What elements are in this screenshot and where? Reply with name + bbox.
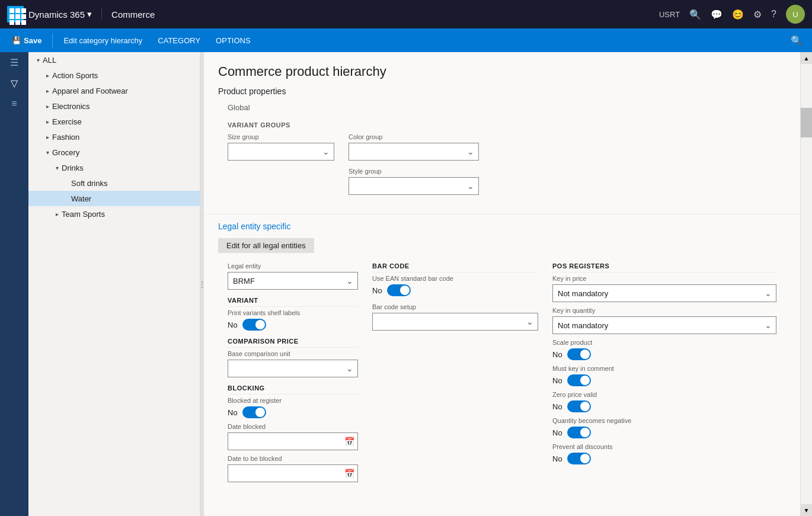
tree-label-action-sports: Action Sports — [52, 71, 195, 80]
toggle-fashion[interactable]: ▸ — [43, 132, 52, 142]
tree-item-grocery[interactable]: ▾ Grocery — [28, 145, 200, 160]
use-ean-label: Use EAN standard bar code — [372, 275, 538, 282]
size-group-field: Size group — [228, 133, 334, 161]
blocked-at-register-toggle[interactable] — [242, 406, 266, 418]
content-area: Commerce product hierarchy Product prope… — [204, 52, 800, 516]
legal-entity-select[interactable]: BRMF — [228, 272, 358, 290]
key-in-quantity-select[interactable]: Not mandatoryMandatoryMust not key in — [552, 316, 776, 334]
filter-icon[interactable]: ▽ — [11, 78, 18, 89]
options-label: OPTIONS — [216, 36, 251, 45]
color-group-label: Color group — [349, 133, 479, 140]
prevent-all-discounts-toggle-row: No — [552, 453, 776, 464]
quantity-becomes-negative-no-label: No — [552, 428, 562, 437]
tree-item-all[interactable]: ▾ ALL — [28, 52, 200, 68]
tree-item-soft-drinks[interactable]: Soft drinks — [28, 175, 200, 191]
tree-item-exercise[interactable]: ▸ Exercise — [28, 114, 200, 129]
divider-1 — [204, 214, 800, 214]
category-button[interactable]: CATEGORY — [151, 28, 207, 52]
toggle-drinks[interactable]: ▾ — [52, 163, 62, 172]
use-ean-toggle[interactable] — [387, 284, 411, 296]
blocked-at-register-no-label: No — [228, 408, 238, 417]
scroll-up-btn[interactable]: ▲ — [801, 52, 812, 64]
zero-price-valid-toggle-row: No — [552, 400, 776, 412]
blocked-at-register-label: Blocked at register — [228, 397, 358, 404]
tree-item-drinks[interactable]: ▾ Drinks — [28, 160, 200, 175]
toggle-exercise[interactable]: ▸ — [43, 117, 52, 126]
size-group-select[interactable] — [228, 143, 334, 161]
command-bar: 💾 Save Edit category hierarchy CATEGORY … — [0, 28, 812, 52]
blocked-at-register-toggle-row: No — [228, 406, 358, 418]
tree-item-team-sports[interactable]: ▸ Team Sports — [28, 206, 200, 222]
toggle-action-sports[interactable]: ▸ — [43, 70, 52, 80]
date-to-be-blocked-input[interactable] — [228, 464, 358, 482]
bar-code-setup-select[interactable] — [372, 313, 538, 331]
tree-label-drinks: Drinks — [62, 164, 195, 172]
module-title: Commerce — [111, 9, 155, 20]
tree-label-team-sports: Team Sports — [62, 210, 195, 219]
search-icon[interactable]: 🔍 — [689, 9, 701, 20]
toggle-all[interactable]: ▾ — [33, 55, 43, 65]
bar-code-setup-select-wrapper — [372, 313, 538, 331]
app-title-group: Dynamics 365 ▾ — [28, 9, 102, 20]
hamburger-icon[interactable]: ☰ — [10, 57, 18, 68]
date-blocked-input[interactable] — [228, 432, 358, 450]
size-group-select-wrapper — [228, 143, 334, 161]
chat-icon[interactable]: 💬 — [711, 9, 723, 20]
legal-entity-field: Legal entity BRMF — [228, 262, 358, 290]
toggle-apparel[interactable]: ▸ — [43, 86, 52, 95]
waffle-menu[interactable] — [7, 6, 24, 23]
tree-item-action-sports[interactable]: ▸ Action Sports — [28, 68, 200, 83]
edit-category-hierarchy-button[interactable]: Edit category hierarchy — [56, 28, 149, 52]
top-navigation: Dynamics 365 ▾ Commerce USRT 🔍 💬 😊 ⚙ ? U — [0, 0, 812, 28]
title-chevron[interactable]: ▾ — [87, 9, 92, 20]
use-ean-no-label: No — [372, 286, 382, 295]
date-to-be-blocked-label: Date to be blocked — [228, 455, 358, 462]
size-group-label: Size group — [228, 133, 334, 140]
variant-header: VARIANT — [228, 297, 358, 307]
date-blocked-field: Date blocked 📅 — [228, 423, 358, 450]
must-key-in-comment-field: Must key in comment No — [552, 365, 776, 386]
save-button[interactable]: 💾 Save — [5, 28, 49, 52]
tree-item-electronics[interactable]: ▸ Electronics — [28, 98, 200, 114]
tree-item-water[interactable]: Water — [28, 191, 200, 206]
zero-price-valid-toggle[interactable] — [567, 400, 591, 412]
edit-category-label: Edit category hierarchy — [63, 36, 142, 45]
base-comparison-label: Base comparison unit — [228, 350, 358, 357]
help-icon[interactable]: ? — [771, 9, 776, 20]
key-in-price-select-wrapper: Not mandatoryMandatoryMust not key in — [552, 284, 776, 302]
avatar[interactable]: U — [786, 5, 805, 24]
main-layout: ☰ ▽ ≡ ▾ ALL ▸ Action Sports ▸ Apparel an… — [0, 52, 812, 516]
tree-label-soft-drinks: Soft drinks — [71, 179, 195, 188]
options-button[interactable]: OPTIONS — [209, 28, 258, 52]
base-comparison-select[interactable] — [228, 360, 358, 377]
tree-item-fashion[interactable]: ▸ Fashion — [28, 129, 200, 145]
style-group-select[interactable] — [349, 177, 479, 195]
command-search-icon[interactable]: 🔍 — [786, 33, 807, 49]
date-blocked-label: Date blocked — [228, 423, 358, 430]
color-group-select-wrapper — [349, 143, 479, 161]
tree-panel: ▾ ALL ▸ Action Sports ▸ Apparel and Foot… — [28, 52, 200, 516]
right-scrollbar[interactable]: ▲ ▼ — [800, 52, 812, 516]
edit-all-legal-entities-button[interactable]: Edit for all legal entities — [218, 238, 314, 253]
scale-product-toggle[interactable] — [567, 348, 591, 360]
must-key-in-comment-toggle[interactable] — [567, 374, 591, 386]
toggle-team-sports[interactable]: ▸ — [52, 209, 62, 219]
key-in-price-select[interactable]: Not mandatoryMandatoryMust not key in — [552, 284, 776, 302]
quantity-becomes-negative-toggle[interactable] — [567, 427, 591, 438]
list-icon[interactable]: ≡ — [11, 98, 17, 109]
print-variants-toggle[interactable] — [242, 319, 266, 331]
must-key-in-comment-toggle-row: No — [552, 374, 776, 386]
scroll-down-btn[interactable]: ▼ — [801, 504, 812, 516]
scroll-thumb[interactable] — [801, 108, 812, 137]
settings-icon[interactable]: ⚙ — [753, 9, 762, 20]
key-in-quantity-label: Key in quantity — [552, 307, 776, 314]
face-icon[interactable]: 😊 — [732, 9, 744, 20]
tree-item-apparel[interactable]: ▸ Apparel and Footwear — [28, 83, 200, 98]
prevent-all-discounts-toggle[interactable] — [567, 453, 591, 464]
toggle-grocery[interactable]: ▾ — [43, 148, 52, 157]
scale-product-no-label: No — [552, 350, 562, 359]
color-group-select[interactable] — [349, 143, 479, 161]
toggle-electronics[interactable]: ▸ — [43, 101, 52, 111]
comparison-price-header: COMPARISON PRICE — [228, 338, 358, 348]
tree-label-apparel: Apparel and Footwear — [52, 86, 195, 95]
